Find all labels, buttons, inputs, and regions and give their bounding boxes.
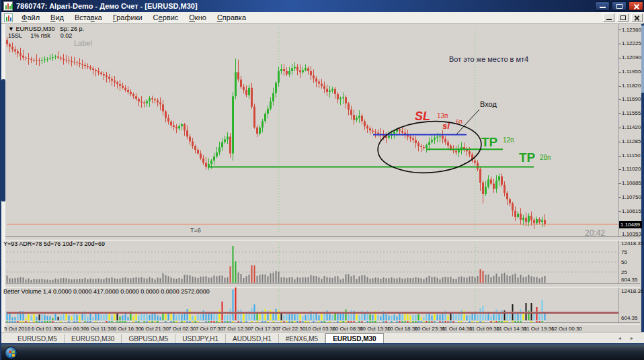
risk-info-line: 15SL 1% risk 0.02 [8, 32, 72, 39]
panel-splitter-2[interactable] [1, 283, 640, 287]
window-title: 7860747: Alpari-Demo - Демо Счет - [EURU… [16, 0, 198, 12]
windows-flag-icon [9, 351, 15, 357]
time-axis-label: 5 Oct 2016 [4, 326, 30, 332]
price-axis-tick [618, 99, 621, 100]
time-axis-label: 7 Oct 07:30 [196, 326, 223, 332]
breakeven-annotation[interactable]: sl [442, 121, 450, 131]
price-axis-label: 1.11690 [622, 96, 641, 102]
takeprofit-far-annotation[interactable]: TP [519, 150, 535, 165]
time-axis-label: 10 Oct 23:30 [415, 326, 446, 332]
symbol-info-line: ▼ EURUSD,M30 Sp: 26 p. [8, 26, 84, 32]
note-text[interactable]: Вот это же место в мт4 [449, 55, 528, 63]
price-axis-tick [618, 211, 621, 212]
price-axis-tick [618, 44, 621, 44]
t-counter-label: T=6 [190, 227, 201, 234]
start-button[interactable] [5, 347, 17, 359]
indicator-scale-label: 12418.35 [621, 240, 643, 246]
price-axis-tick [618, 156, 621, 156]
price-axis-tick [618, 114, 621, 114]
price-axis-tick [618, 128, 621, 128]
current-price-badge: 1.10489 [619, 221, 642, 228]
time-axis-label: 11 Oct 14:30 [497, 326, 527, 332]
time-axis-label: 6 Oct 06:30 [58, 326, 86, 332]
price-axis-label: 1.10615 [622, 208, 641, 214]
price-axis-tick [618, 197, 621, 198]
price-axis-label: 1.11020 [622, 166, 641, 172]
time-axis-label: 11 Oct 19:30 [524, 326, 554, 332]
time-axis-label: 12 Oct 00:30 [551, 326, 582, 332]
takeprofit-far-pips-label: 28п [540, 154, 551, 161]
entry-label[interactable]: Вход [480, 100, 497, 108]
application-window: ▼ EURUSD,M30 Sp: 26 p. 15SL 1% risk 0.02… [0, 0, 644, 360]
price-axis-label: 1.11285 [622, 138, 641, 144]
minimize-button[interactable] [595, 1, 610, 11]
chart-tab-bar: EURUSD,M5EURUSD,M30GBPUSD,M5USDJPY,H1AUD… [1, 332, 644, 343]
child-window-controls [602, 13, 643, 22]
price-axis-tick [618, 169, 621, 170]
takeprofit-near-pips-label: 12п [503, 136, 514, 144]
child-restore-button[interactable] [617, 13, 629, 22]
taskbar: W alpari EN ? ▲ ✓ 0:39 [1, 345, 644, 360]
maximize-button[interactable] [612, 1, 627, 11]
menu-items: ФайлВидВставкаГрафикиСервисОкноСправка [16, 12, 251, 24]
title-bar[interactable]: 7860747: Alpari-Demo - Демо Счет - [EURU… [1, 0, 644, 12]
chart-window-icon[interactable] [4, 13, 13, 22]
chart-tabs: EURUSD,M5EURUSD,M30GBPUSD,M5USDJPY,H1AUD… [11, 333, 384, 344]
left-scrollbar-thumb[interactable] [1, 79, 5, 201]
price-axis-label: 1.10885 [622, 180, 641, 186]
price-axis-label: 1.11150 [622, 152, 641, 159]
candle-timer: 20:42 [585, 228, 605, 238]
price-axis-label: 1.11420 [622, 124, 641, 130]
panel-splitter-3[interactable] [1, 322, 640, 324]
time-axis-label: 7 Oct 22:30 [278, 326, 305, 332]
stoploss-annotation[interactable]: SL [415, 109, 430, 124]
mt4-app-icon [3, 1, 13, 11]
right-scrollbar-thumb[interactable] [641, 26, 644, 93]
menu-item[interactable]: Окно [184, 12, 212, 24]
time-axis-label: 7 Oct 02:30 [168, 326, 196, 332]
tab-scroll-arrows[interactable]: ◂ ▸ [618, 335, 637, 341]
price-axis-label: 1.12090 [622, 54, 641, 60]
price-axis-tick [618, 58, 621, 58]
price-axis-label: 1.12225 [622, 40, 641, 46]
menu-bar: ФайлВидВставкаГрафикиСервисОкноСправка [1, 12, 644, 24]
price-axis-tick [618, 142, 621, 142]
menu-item[interactable]: Графики [108, 12, 148, 24]
indicator-scale-label: 50 [621, 259, 627, 265]
child-close-button[interactable] [631, 13, 643, 22]
time-axis-label: 6 Oct 16:30 [114, 326, 141, 332]
price-axis-tick [618, 183, 621, 184]
chart-tab[interactable]: EURUSD,M30 [325, 333, 383, 344]
time-axis-label: 10 Oct 18:30 [387, 326, 418, 332]
time-axis-label: 10 Oct 13:30 [360, 326, 391, 332]
price-axis-tick [618, 86, 621, 87]
menu-item[interactable]: Справка [212, 12, 251, 24]
price-axis-divider [618, 24, 619, 324]
menu-item[interactable]: Сервис [148, 12, 184, 24]
indicator-scale-label: 604.35 [621, 277, 637, 283]
time-axis-label: 11 Oct 04:30 [442, 326, 472, 332]
price-axis-label: 1.12360 [622, 27, 641, 33]
breakeven-pips-label: 6п [456, 118, 462, 125]
menu-item[interactable]: Файл [16, 12, 45, 24]
better-volume-label: Better Volume 1.4 0.0000 0.0000 417.0000… [3, 288, 210, 295]
time-axis-label: 6 Oct 11:30 [86, 326, 114, 332]
chart-object-label[interactable]: Label [74, 39, 92, 47]
time-axis-label: 6 Oct 21:30 [141, 326, 169, 332]
time-axis-label: 7 Oct 12:30 [223, 326, 251, 332]
floor-price-label: 1.10353 [622, 231, 641, 237]
close-button[interactable] [629, 1, 643, 11]
price-axis-label: 1.10750 [622, 194, 641, 200]
price-chart-canvas[interactable] [1, 0, 644, 360]
time-axis-label: 7 Oct 17:30 [250, 326, 278, 332]
price-axis-tick [618, 30, 621, 30]
time-axis-label: 6 Oct 01:30 [32, 326, 59, 332]
menu-item[interactable]: Вставка [69, 12, 108, 24]
takeprofit-near-annotation[interactable]: TP [481, 135, 497, 150]
price-axis-label: 1.11555 [622, 110, 641, 116]
time-axis-label: 10 Oct 08:30 [332, 326, 363, 332]
child-minimize-button[interactable] [603, 13, 614, 22]
menu-item[interactable]: Вид [45, 12, 69, 24]
adr-indicator-label: Y=93 ADR=78 5d=76 10d=73 20d=69 [3, 240, 105, 247]
price-axis-label: 1.11820 [622, 83, 641, 89]
